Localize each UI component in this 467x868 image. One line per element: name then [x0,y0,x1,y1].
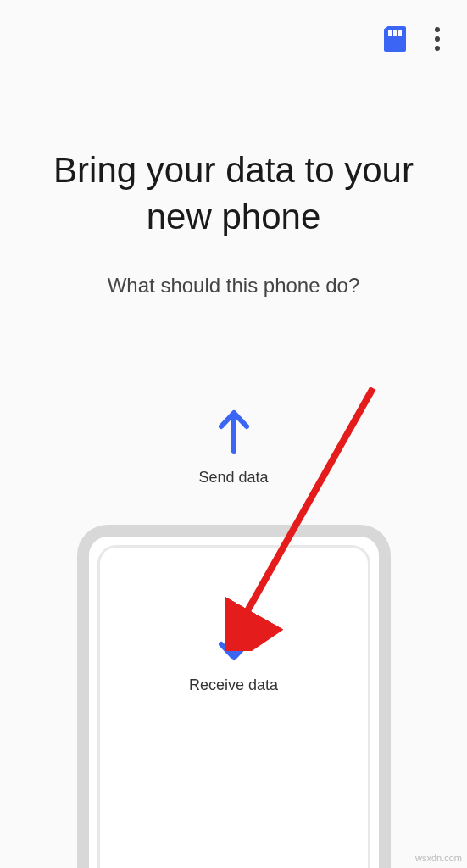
receive-data-label: Receive data [100,676,368,694]
watermark: wsxdn.com [415,853,462,863]
receive-data-option[interactable]: Receive data [100,548,368,694]
more-vertical-icon[interactable] [431,24,443,54]
send-data-option[interactable]: Send data [0,408,467,487]
arrow-up-icon [214,408,253,459]
page-subtitle: What should this phone do? [0,274,467,298]
phone-inner: Receive data [97,545,370,868]
header-bar [0,0,467,54]
arrow-down-icon [214,615,253,666]
send-data-label: Send data [0,469,467,487]
page-title: Bring your data to your new phone [0,147,467,240]
sd-card-icon[interactable] [384,26,406,52]
phone-frame: Receive data [77,525,391,868]
